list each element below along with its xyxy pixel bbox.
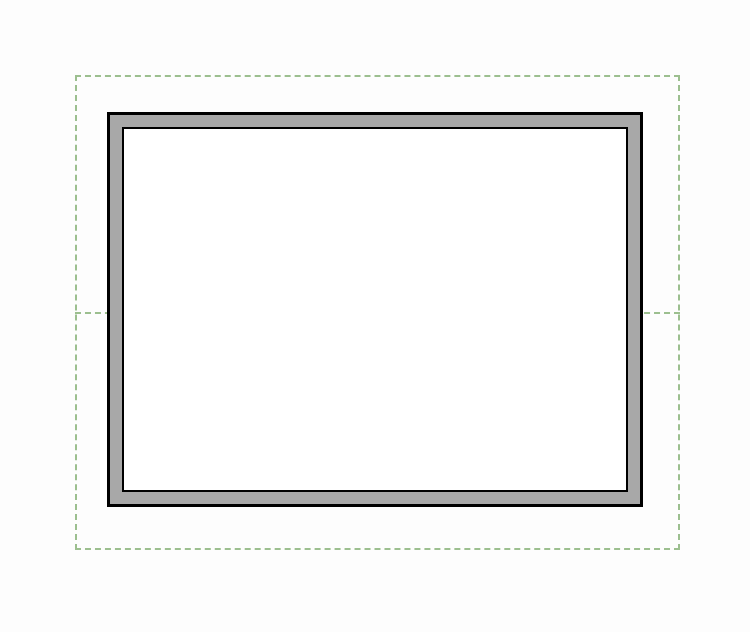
frame-outer-border [107,112,643,507]
frame-inner-border [122,127,628,492]
